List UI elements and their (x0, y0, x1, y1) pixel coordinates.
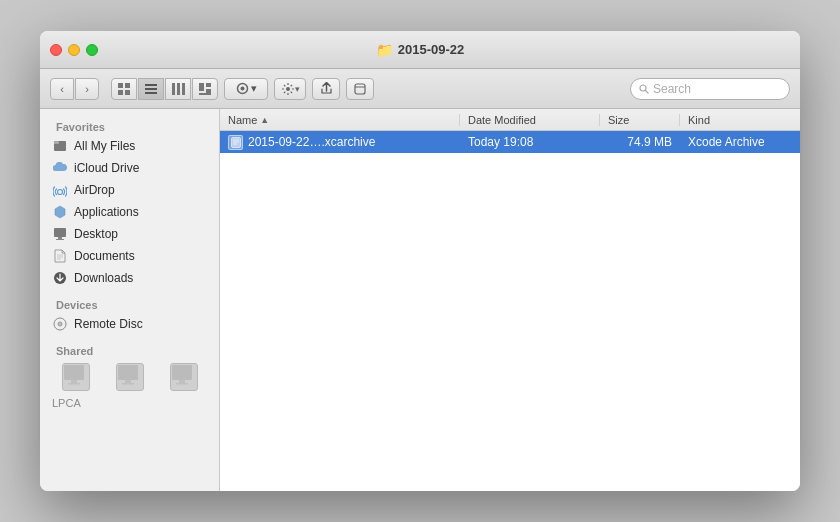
svg-rect-41 (176, 383, 188, 385)
action-button[interactable]: ▾ (274, 78, 306, 100)
list-view-button[interactable] (138, 78, 164, 100)
finder-window: 📁 2015-09-22 ‹ › (40, 31, 800, 491)
shared-computers-row (40, 359, 219, 395)
svg-rect-35 (68, 383, 80, 385)
all-my-files-label: All My Files (74, 139, 135, 153)
svg-rect-17 (355, 84, 365, 94)
arrange-button[interactable]: ▾ (224, 78, 268, 100)
window-title: 📁 2015-09-22 (376, 42, 465, 58)
shared-item-label[interactable]: LPCA (40, 395, 219, 411)
svg-point-15 (240, 87, 244, 91)
svg-rect-11 (206, 83, 211, 87)
table-row[interactable]: 2015-09-22….xcarchive Today 19:08 74.9 M… (220, 131, 800, 153)
sidebar-item-desktop[interactable]: Desktop (40, 223, 219, 245)
sort-arrow: ▲ (260, 115, 269, 125)
svg-rect-8 (177, 83, 180, 95)
sidebar: Favorites All My Files iCloud Drive (40, 109, 220, 491)
xcarchive-icon (228, 135, 243, 150)
documents-icon (52, 248, 68, 264)
share-button[interactable] (312, 78, 340, 100)
sidebar-item-applications[interactable]: Applications (40, 201, 219, 223)
sidebar-item-downloads[interactable]: Downloads (40, 267, 219, 289)
path-button[interactable] (346, 78, 374, 100)
arrange-dropdown-icon: ▾ (251, 82, 257, 95)
svg-rect-39 (172, 365, 192, 380)
back-button[interactable]: ‹ (50, 78, 74, 100)
svg-rect-42 (231, 137, 240, 147)
view-controls (111, 78, 218, 100)
shared-label: Shared (40, 341, 219, 359)
remote-disc-icon (52, 316, 68, 332)
shared-item-3[interactable] (170, 363, 198, 391)
svg-rect-37 (125, 380, 131, 383)
col-name-header[interactable]: Name ▲ (220, 114, 460, 126)
svg-rect-13 (199, 93, 211, 95)
applications-icon (52, 204, 68, 220)
icloud-drive-icon (52, 160, 68, 176)
applications-label: Applications (74, 205, 139, 219)
name-col-label: Name (228, 114, 257, 126)
column-view-button[interactable] (165, 78, 191, 100)
svg-rect-5 (145, 88, 157, 90)
file-rows: 2015-09-22….xcarchive Today 19:08 74.9 M… (220, 131, 800, 491)
svg-rect-40 (179, 380, 185, 383)
favorites-label: Favorites (40, 117, 219, 135)
search-icon (639, 84, 649, 94)
file-size: 74.9 MB (627, 135, 672, 149)
svg-rect-4 (145, 84, 157, 86)
col-kind-header[interactable]: Kind (680, 114, 800, 126)
svg-rect-36 (118, 365, 138, 380)
airdrop-label: AirDrop (74, 183, 115, 197)
search-placeholder: Search (653, 82, 691, 96)
titlebar: 📁 2015-09-22 (40, 31, 800, 69)
svg-point-16 (286, 87, 290, 91)
desktop-label: Desktop (74, 227, 118, 241)
svg-rect-6 (145, 92, 157, 94)
svg-point-22 (58, 190, 63, 195)
devices-label: Devices (40, 295, 219, 313)
sidebar-item-all-my-files[interactable]: All My Files (40, 135, 219, 157)
sidebar-item-remote-disc[interactable]: Remote Disc (40, 313, 219, 335)
search-box[interactable]: Search (630, 78, 790, 100)
downloads-icon (52, 270, 68, 286)
svg-rect-2 (118, 90, 123, 95)
svg-point-32 (59, 323, 61, 325)
minimize-button[interactable] (68, 44, 80, 56)
remote-disc-label: Remote Disc (74, 317, 143, 331)
cell-kind: Xcode Archive (680, 135, 800, 149)
column-header: Name ▲ Date Modified Size Kind (220, 109, 800, 131)
cell-name: 2015-09-22….xcarchive (220, 135, 460, 150)
col-size-header[interactable]: Size (600, 114, 680, 126)
maximize-button[interactable] (86, 44, 98, 56)
downloads-label: Downloads (74, 271, 133, 285)
col-date-header[interactable]: Date Modified (460, 114, 600, 126)
sidebar-item-documents[interactable]: Documents (40, 245, 219, 267)
gallery-view-button[interactable] (192, 78, 218, 100)
documents-label: Documents (74, 249, 135, 263)
file-name: 2015-09-22….xcarchive (248, 135, 375, 149)
sidebar-item-icloud-drive[interactable]: iCloud Drive (40, 157, 219, 179)
date-col-label: Date Modified (468, 114, 536, 126)
shared-item-1[interactable] (62, 363, 90, 391)
svg-rect-34 (71, 380, 77, 383)
cell-date: Today 19:08 (460, 135, 600, 149)
shared-item-2[interactable] (116, 363, 144, 391)
action-dropdown-icon: ▾ (295, 84, 300, 94)
svg-rect-23 (54, 228, 66, 237)
sidebar-item-airdrop[interactable]: AirDrop (40, 179, 219, 201)
close-button[interactable] (50, 44, 62, 56)
icon-view-button[interactable] (111, 78, 137, 100)
svg-rect-12 (206, 89, 211, 93)
main-content: Favorites All My Files iCloud Drive (40, 109, 800, 491)
svg-rect-9 (182, 83, 185, 95)
svg-rect-7 (172, 83, 175, 95)
file-kind: Xcode Archive (688, 135, 765, 149)
svg-rect-33 (64, 365, 84, 380)
svg-line-19 (646, 90, 649, 93)
shared-item-name: LPCA (52, 397, 81, 409)
nav-buttons: ‹ › (50, 78, 99, 100)
svg-rect-24 (58, 237, 62, 239)
folder-icon: 📁 (376, 42, 393, 58)
kind-col-label: Kind (688, 114, 710, 126)
forward-button[interactable]: › (75, 78, 99, 100)
